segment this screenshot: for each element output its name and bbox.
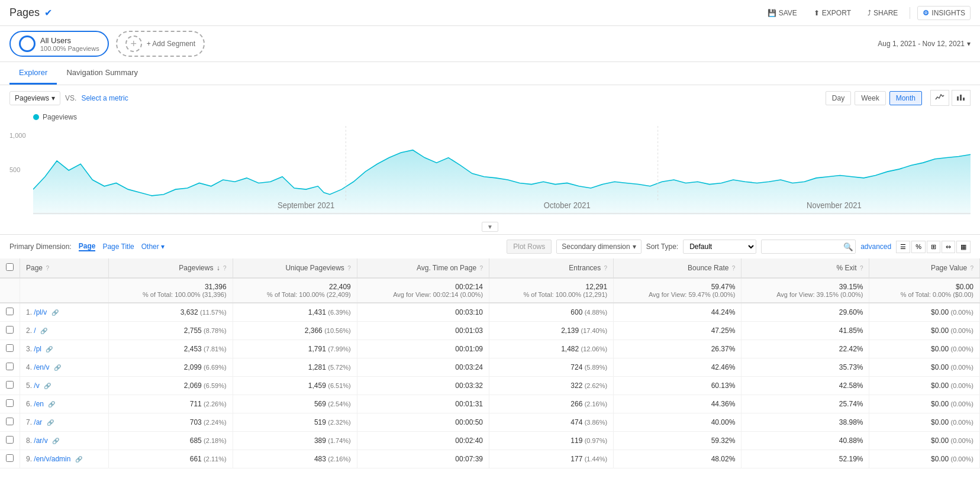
unique-pv-help-icon[interactable]: ? [347,265,351,271]
row-checkbox-cell [0,377,20,395]
secondary-dim-button[interactable]: Secondary dimension ▾ [556,240,641,254]
page-link[interactable]: /ar/v [34,436,47,445]
view-data-button[interactable]: ☰ [896,241,910,253]
col-pageviews[interactable]: Pageviews ↓ ? [108,258,233,278]
summary-entrances: 12,291 % of Total: 100.00% (12,291) [489,278,614,303]
svg-rect-1 [960,95,962,101]
row-checkbox-cell [0,340,20,358]
insights-icon: ⚙ [923,9,929,17]
page-link[interactable]: /ar [34,418,42,426]
row-checkbox[interactable] [6,454,14,462]
row-entrances: 119 (0.97%) [489,432,614,450]
col-unique-pv[interactable]: Unique Pageviews ? [233,258,357,278]
verified-icon: ✔ [44,7,52,18]
save-button[interactable]: 💾 SAVE [763,7,802,20]
row-checkbox[interactable] [6,399,14,407]
bounce-rate-help-icon[interactable]: ? [732,265,736,271]
row-checkbox-cell [0,395,20,413]
tab-explorer[interactable]: Explorer [9,62,57,85]
col-avg-time[interactable]: Avg. Time on Page ? [357,258,489,278]
avg-time-help-icon[interactable]: ? [479,265,483,271]
tab-navigation-summary[interactable]: Navigation Summary [57,62,147,85]
row-entrances: 177 (1.44%) [489,450,614,468]
view-percent-button[interactable]: % [911,241,926,253]
row-checkbox[interactable] [6,418,14,425]
row-unique-pv: 519 (2.32%) [233,413,357,432]
view-pivot-button[interactable]: ⊞ [927,241,940,253]
search-input[interactable] [761,240,856,254]
row-page: 1. /pl/v 🔗 [20,303,109,322]
dim-page[interactable]: Page [79,242,96,251]
sort-type-label: Sort Type: [646,242,678,251]
plot-rows-button[interactable]: Plot Rows [507,240,552,254]
row-page-value: $0.00 (0.00%) [869,303,980,322]
table-controls-right: Plot Rows Secondary dimension ▾ Sort Typ… [507,240,971,254]
search-button[interactable]: 🔍 [843,242,853,251]
page-link[interactable]: /en/v/admin [34,455,70,463]
segments-left: All Users 100.00% Pageviews + + Add Segm… [9,31,205,57]
select-all-checkbox[interactable] [6,263,14,271]
row-checkbox[interactable] [6,344,14,352]
row-unique-pv: 1,459 (6.51%) [233,377,357,395]
export-button[interactable]: ⬆ EXPORT [809,7,856,20]
row-checkbox[interactable] [6,363,14,370]
share-button[interactable]: ⤴ SHARE [863,7,902,20]
week-button[interactable]: Week [855,91,885,105]
all-users-segment[interactable]: All Users 100.00% Pageviews [9,31,109,57]
metric-dropdown[interactable]: Pageviews ▾ [9,91,60,105]
page-link[interactable]: /v [34,381,39,390]
external-link-icon: 🔗 [52,438,59,444]
add-segment-label: + Add Segment [147,40,195,48]
row-page-value: $0.00 (0.00%) [869,413,980,432]
row-checkbox[interactable] [6,381,14,389]
exit-pct-help-icon[interactable]: ? [860,265,863,271]
view-compare-button[interactable]: ⇔ [942,241,955,253]
row-bounce-rate: 59.32% [614,432,742,450]
select-metric-link[interactable]: Select a metric [81,94,128,102]
col-entrances[interactable]: Entrances ? [489,258,614,278]
svg-rect-0 [957,96,959,101]
pageviews-help-icon[interactable]: ? [223,265,227,271]
page-link[interactable]: /en [34,400,44,408]
table-controls-left: Primary Dimension: Page Page Title Other… [9,242,165,251]
page-link[interactable]: /en/v [34,363,49,371]
bar-chart-button[interactable] [952,90,971,106]
y-axis-500: 500 [9,166,20,173]
row-pageviews: 2,099 (6.69%) [108,358,233,377]
col-exit-pct[interactable]: % Exit ? [742,258,869,278]
col-page[interactable]: Page ? [20,258,109,278]
external-link-icon: 🔗 [47,419,54,426]
primary-dim-label: Primary Dimension: [9,242,72,251]
page-link[interactable]: /pl [34,345,41,353]
advanced-link[interactable]: advanced [860,242,891,251]
page-link[interactable]: /pl/v [34,308,47,316]
row-checkbox[interactable] [6,308,14,315]
chart-collapse-handle[interactable]: ▼ [482,222,498,232]
row-page: 9. /en/v/admin 🔗 [20,450,109,468]
row-unique-pv: 2,366 (10.56%) [233,322,357,340]
page-link[interactable]: / [34,326,36,335]
summary-bounce-rate: 59.47% Avg for View: 59.47% (0.00%) [614,278,742,303]
row-entrances: 1,482 (12.06%) [489,340,614,358]
dim-page-title[interactable]: Page Title [102,242,134,251]
view-heatmap-button[interactable]: ▦ [956,241,971,253]
day-button[interactable]: Day [826,91,851,105]
col-page-value[interactable]: Page Value ? [869,258,980,278]
add-segment-chip[interactable]: + + Add Segment [116,31,205,57]
segment-sub: 100.00% Pageviews [40,45,99,52]
date-range[interactable]: Aug 1, 2021 - Nov 12, 2021 ▾ [878,40,971,48]
line-chart-button[interactable] [930,90,949,106]
segment-info: All Users 100.00% Pageviews [40,36,99,52]
page-help-icon[interactable]: ? [46,265,49,271]
row-checkbox[interactable] [6,326,14,334]
month-button[interactable]: Month [889,91,922,105]
page-value-help-icon[interactable]: ? [970,265,973,271]
row-exit-pct: 22.42% [742,340,869,358]
col-bounce-rate[interactable]: Bounce Rate ? [614,258,742,278]
dim-other[interactable]: Other ▾ [141,242,165,251]
sort-type-select[interactable]: Default Weighted Absolute change [683,240,756,254]
insights-button[interactable]: ⚙ INSIGHTS [917,6,971,20]
entrances-help-icon[interactable]: ? [604,265,608,271]
row-page: 7. /ar 🔗 [20,413,109,432]
row-checkbox[interactable] [6,436,14,444]
